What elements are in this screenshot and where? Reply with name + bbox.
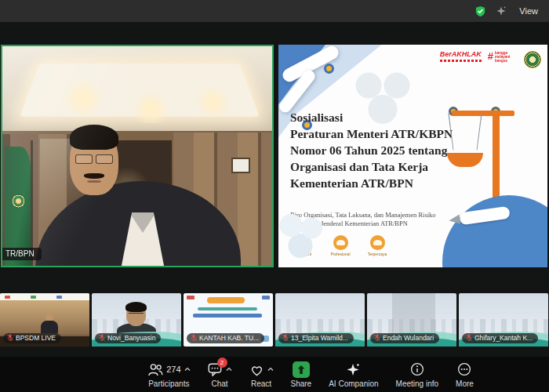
- mini-slide-text: [198, 307, 257, 310]
- muted-mic-icon: [466, 334, 472, 342]
- terpercaya-icon: [370, 235, 385, 250]
- participant-name-pill: Endah Wulandari: [370, 333, 439, 343]
- meeting-toolbar: 274 Participants 2 Chat React: [0, 357, 549, 392]
- view-menu-button[interactable]: View: [516, 5, 541, 17]
- chevron-up-icon[interactable]: [226, 367, 232, 372]
- participant-thumbnail[interactable]: KANTAH KAB. TU...: [184, 293, 273, 347]
- muted-mic-icon: [99, 334, 105, 342]
- mini-slide-text: [193, 314, 262, 318]
- participant-filmstrip: BPSDM LIVE Novi_Banyuasin KANTAH KAB. T: [0, 293, 549, 347]
- meeting-info-button[interactable]: Meeting info: [396, 361, 438, 388]
- ellipsis-icon: [457, 362, 471, 376]
- mini-slide-logo: [262, 296, 270, 299]
- heart-icon: [249, 363, 264, 376]
- ai-companion-topbar-icon[interactable]: [496, 5, 507, 16]
- thumbnail-banner: [0, 293, 89, 300]
- share-button[interactable]: Share: [291, 361, 312, 388]
- react-button[interactable]: React: [249, 361, 274, 388]
- share-screen-icon: [293, 361, 310, 378]
- chat-button[interactable]: 2 Chat: [208, 361, 232, 388]
- ai-companion-button[interactable]: AI Companion: [329, 361, 378, 388]
- berakhlak-logo: BerAKHLAK: [440, 51, 482, 62]
- bangga-melayani-bangsa-logo: # bangga melayani bangsa: [488, 51, 518, 63]
- participant-thumbnail[interactable]: BPSDM LIVE: [0, 293, 89, 347]
- chat-unread-badge: 2: [217, 358, 227, 368]
- muted-mic-icon: [7, 334, 13, 342]
- speaker-name-tag: TR/BPN: [1, 248, 42, 260]
- participant-thumbnail[interactable]: Novi_Banyuasin: [92, 293, 181, 347]
- participant-name-pill: 13_Elpita Wamild...: [278, 333, 354, 343]
- info-icon: [410, 362, 424, 376]
- participant-count: 274: [166, 365, 180, 374]
- mini-slide-logo: [187, 296, 195, 299]
- meeting-stage: TR/BPN BerAKHLAK # bangga melayani bangs…: [0, 22, 549, 293]
- shared-screen-tile[interactable]: BerAKHLAK # bangga melayani bangsa Sosia…: [278, 45, 547, 267]
- muted-mic-icon: [282, 334, 289, 342]
- window-topbar: View: [0, 0, 549, 22]
- participant-thumbnail[interactable]: Ghifary_Kantah K...: [459, 293, 548, 347]
- profesional-icon: [333, 235, 348, 250]
- participant-name-pill: BPSDM LIVE: [3, 333, 61, 343]
- participant-name-pill: KANTAH KAB. TU...: [187, 333, 264, 343]
- participants-icon: [147, 363, 163, 376]
- slide-dot-decor: [324, 64, 334, 74]
- participants-button[interactable]: 274 Participants: [147, 361, 190, 388]
- slide-header-logos: BerAKHLAK # bangga melayani bangsa: [440, 51, 541, 68]
- chevron-up-icon[interactable]: [267, 367, 274, 372]
- participant-thumbnail[interactable]: 13_Elpita Wamild...: [275, 293, 365, 347]
- zoom-meeting-window: View: [0, 0, 549, 392]
- slide-bottom-flower-decor: [278, 206, 332, 261]
- thumbnail-person: [39, 314, 60, 334]
- thumbnail-person-head: [126, 304, 146, 326]
- value-badge-terpercaya: Terpercaya: [364, 235, 391, 256]
- speaker-video-tile[interactable]: TR/BPN: [1, 45, 274, 267]
- chevron-up-icon[interactable]: [184, 367, 191, 372]
- participant-name-pill: Ghifary_Kantah K...: [462, 333, 538, 343]
- muted-mic-icon: [191, 334, 197, 342]
- muted-mic-icon: [374, 334, 380, 342]
- sparkle-icon: [346, 362, 361, 377]
- security-shield-icon[interactable]: [474, 5, 486, 17]
- light-haze: [2, 46, 272, 266]
- atrbpn-ministry-logo: [524, 51, 541, 68]
- mini-slide-title: [207, 297, 245, 303]
- participant-thumbnail[interactable]: Endah Wulandari: [367, 293, 456, 347]
- more-button[interactable]: More: [456, 361, 474, 388]
- participant-name-pill: Novi_Banyuasin: [95, 333, 161, 343]
